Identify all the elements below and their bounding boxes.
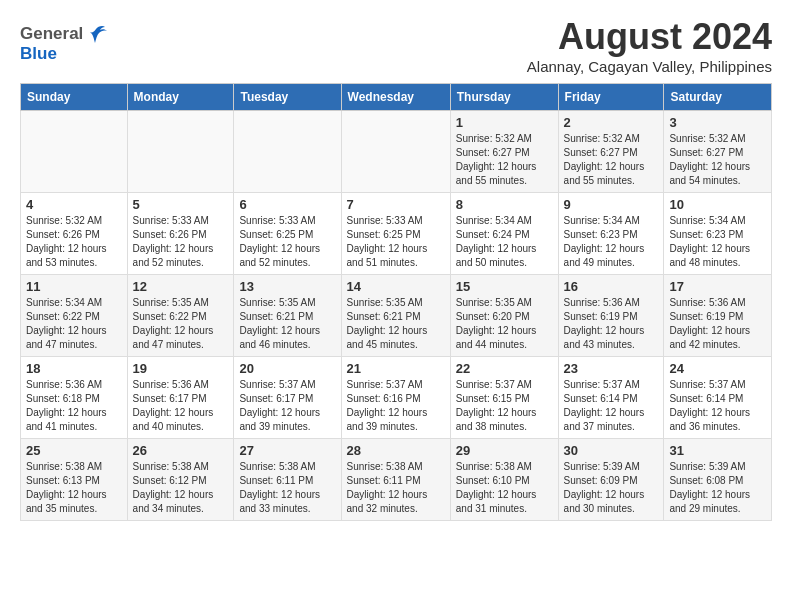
- day-number: 12: [133, 279, 229, 294]
- logo-blue: Blue: [20, 44, 57, 64]
- title-area: August 2024 Alannay, Cagayan Valley, Phi…: [527, 16, 772, 75]
- day-info: Sunrise: 5:34 AM Sunset: 6:23 PM Dayligh…: [564, 214, 659, 270]
- calendar-cell: 18Sunrise: 5:36 AM Sunset: 6:18 PM Dayli…: [21, 357, 128, 439]
- calendar-cell: 27Sunrise: 5:38 AM Sunset: 6:11 PM Dayli…: [234, 439, 341, 521]
- calendar-cell: 19Sunrise: 5:36 AM Sunset: 6:17 PM Dayli…: [127, 357, 234, 439]
- day-info: Sunrise: 5:37 AM Sunset: 6:16 PM Dayligh…: [347, 378, 445, 434]
- calendar-cell: 7Sunrise: 5:33 AM Sunset: 6:25 PM Daylig…: [341, 193, 450, 275]
- day-info: Sunrise: 5:35 AM Sunset: 6:21 PM Dayligh…: [347, 296, 445, 352]
- day-info: Sunrise: 5:34 AM Sunset: 6:24 PM Dayligh…: [456, 214, 553, 270]
- day-info: Sunrise: 5:37 AM Sunset: 6:14 PM Dayligh…: [669, 378, 766, 434]
- day-number: 24: [669, 361, 766, 376]
- calendar-cell: 16Sunrise: 5:36 AM Sunset: 6:19 PM Dayli…: [558, 275, 664, 357]
- day-number: 13: [239, 279, 335, 294]
- calendar-week-row: 25Sunrise: 5:38 AM Sunset: 6:13 PM Dayli…: [21, 439, 772, 521]
- day-number: 25: [26, 443, 122, 458]
- calendar-cell: 9Sunrise: 5:34 AM Sunset: 6:23 PM Daylig…: [558, 193, 664, 275]
- calendar-cell: 23Sunrise: 5:37 AM Sunset: 6:14 PM Dayli…: [558, 357, 664, 439]
- calendar-cell: 26Sunrise: 5:38 AM Sunset: 6:12 PM Dayli…: [127, 439, 234, 521]
- day-info: Sunrise: 5:32 AM Sunset: 6:26 PM Dayligh…: [26, 214, 122, 270]
- day-info: Sunrise: 5:34 AM Sunset: 6:22 PM Dayligh…: [26, 296, 122, 352]
- calendar-week-row: 18Sunrise: 5:36 AM Sunset: 6:18 PM Dayli…: [21, 357, 772, 439]
- calendar-cell: 10Sunrise: 5:34 AM Sunset: 6:23 PM Dayli…: [664, 193, 772, 275]
- calendar-cell: 28Sunrise: 5:38 AM Sunset: 6:11 PM Dayli…: [341, 439, 450, 521]
- day-number: 10: [669, 197, 766, 212]
- day-info: Sunrise: 5:38 AM Sunset: 6:11 PM Dayligh…: [347, 460, 445, 516]
- calendar-week-row: 11Sunrise: 5:34 AM Sunset: 6:22 PM Dayli…: [21, 275, 772, 357]
- day-number: 17: [669, 279, 766, 294]
- day-number: 18: [26, 361, 122, 376]
- day-number: 19: [133, 361, 229, 376]
- day-number: 1: [456, 115, 553, 130]
- day-info: Sunrise: 5:37 AM Sunset: 6:17 PM Dayligh…: [239, 378, 335, 434]
- calendar-cell: [21, 111, 128, 193]
- weekday-header-row: SundayMondayTuesdayWednesdayThursdayFrid…: [21, 84, 772, 111]
- day-number: 16: [564, 279, 659, 294]
- calendar-cell: 25Sunrise: 5:38 AM Sunset: 6:13 PM Dayli…: [21, 439, 128, 521]
- day-number: 28: [347, 443, 445, 458]
- day-info: Sunrise: 5:38 AM Sunset: 6:11 PM Dayligh…: [239, 460, 335, 516]
- day-number: 5: [133, 197, 229, 212]
- day-info: Sunrise: 5:36 AM Sunset: 6:17 PM Dayligh…: [133, 378, 229, 434]
- calendar-cell: 15Sunrise: 5:35 AM Sunset: 6:20 PM Dayli…: [450, 275, 558, 357]
- calendar-cell: 3Sunrise: 5:32 AM Sunset: 6:27 PM Daylig…: [664, 111, 772, 193]
- day-info: Sunrise: 5:36 AM Sunset: 6:19 PM Dayligh…: [669, 296, 766, 352]
- day-number: 3: [669, 115, 766, 130]
- header: General Blue August 2024 Alannay, Cagaya…: [20, 16, 772, 75]
- day-number: 30: [564, 443, 659, 458]
- day-info: Sunrise: 5:36 AM Sunset: 6:19 PM Dayligh…: [564, 296, 659, 352]
- day-info: Sunrise: 5:34 AM Sunset: 6:23 PM Dayligh…: [669, 214, 766, 270]
- day-info: Sunrise: 5:35 AM Sunset: 6:22 PM Dayligh…: [133, 296, 229, 352]
- weekday-header-monday: Monday: [127, 84, 234, 111]
- day-info: Sunrise: 5:38 AM Sunset: 6:13 PM Dayligh…: [26, 460, 122, 516]
- day-info: Sunrise: 5:32 AM Sunset: 6:27 PM Dayligh…: [669, 132, 766, 188]
- weekday-header-sunday: Sunday: [21, 84, 128, 111]
- calendar-cell: 1Sunrise: 5:32 AM Sunset: 6:27 PM Daylig…: [450, 111, 558, 193]
- day-number: 9: [564, 197, 659, 212]
- day-info: Sunrise: 5:38 AM Sunset: 6:12 PM Dayligh…: [133, 460, 229, 516]
- calendar-cell: 8Sunrise: 5:34 AM Sunset: 6:24 PM Daylig…: [450, 193, 558, 275]
- calendar-cell: 30Sunrise: 5:39 AM Sunset: 6:09 PM Dayli…: [558, 439, 664, 521]
- logo-general: General: [20, 24, 83, 44]
- day-info: Sunrise: 5:38 AM Sunset: 6:10 PM Dayligh…: [456, 460, 553, 516]
- day-number: 31: [669, 443, 766, 458]
- calendar-cell: 2Sunrise: 5:32 AM Sunset: 6:27 PM Daylig…: [558, 111, 664, 193]
- calendar-week-row: 4Sunrise: 5:32 AM Sunset: 6:26 PM Daylig…: [21, 193, 772, 275]
- day-number: 11: [26, 279, 122, 294]
- day-number: 6: [239, 197, 335, 212]
- calendar-cell: 6Sunrise: 5:33 AM Sunset: 6:25 PM Daylig…: [234, 193, 341, 275]
- day-info: Sunrise: 5:36 AM Sunset: 6:18 PM Dayligh…: [26, 378, 122, 434]
- day-info: Sunrise: 5:37 AM Sunset: 6:14 PM Dayligh…: [564, 378, 659, 434]
- weekday-header-wednesday: Wednesday: [341, 84, 450, 111]
- calendar-cell: 5Sunrise: 5:33 AM Sunset: 6:26 PM Daylig…: [127, 193, 234, 275]
- calendar-cell: 24Sunrise: 5:37 AM Sunset: 6:14 PM Dayli…: [664, 357, 772, 439]
- weekday-header-friday: Friday: [558, 84, 664, 111]
- day-info: Sunrise: 5:37 AM Sunset: 6:15 PM Dayligh…: [456, 378, 553, 434]
- calendar-cell: [234, 111, 341, 193]
- day-info: Sunrise: 5:35 AM Sunset: 6:20 PM Dayligh…: [456, 296, 553, 352]
- weekday-header-saturday: Saturday: [664, 84, 772, 111]
- day-info: Sunrise: 5:35 AM Sunset: 6:21 PM Dayligh…: [239, 296, 335, 352]
- month-year: August 2024: [527, 16, 772, 58]
- calendar-cell: 13Sunrise: 5:35 AM Sunset: 6:21 PM Dayli…: [234, 275, 341, 357]
- logo-bird-icon: [85, 25, 107, 43]
- day-number: 8: [456, 197, 553, 212]
- calendar-cell: [127, 111, 234, 193]
- day-info: Sunrise: 5:39 AM Sunset: 6:08 PM Dayligh…: [669, 460, 766, 516]
- calendar-cell: 31Sunrise: 5:39 AM Sunset: 6:08 PM Dayli…: [664, 439, 772, 521]
- calendar-cell: [341, 111, 450, 193]
- calendar-table: SundayMondayTuesdayWednesdayThursdayFrid…: [20, 83, 772, 521]
- day-number: 21: [347, 361, 445, 376]
- calendar-cell: 22Sunrise: 5:37 AM Sunset: 6:15 PM Dayli…: [450, 357, 558, 439]
- calendar-cell: 11Sunrise: 5:34 AM Sunset: 6:22 PM Dayli…: [21, 275, 128, 357]
- calendar-cell: 4Sunrise: 5:32 AM Sunset: 6:26 PM Daylig…: [21, 193, 128, 275]
- day-number: 26: [133, 443, 229, 458]
- day-number: 20: [239, 361, 335, 376]
- day-info: Sunrise: 5:33 AM Sunset: 6:25 PM Dayligh…: [347, 214, 445, 270]
- day-info: Sunrise: 5:32 AM Sunset: 6:27 PM Dayligh…: [456, 132, 553, 188]
- calendar-cell: 21Sunrise: 5:37 AM Sunset: 6:16 PM Dayli…: [341, 357, 450, 439]
- calendar-cell: 20Sunrise: 5:37 AM Sunset: 6:17 PM Dayli…: [234, 357, 341, 439]
- day-number: 15: [456, 279, 553, 294]
- logo: General Blue: [20, 24, 107, 64]
- calendar-cell: 17Sunrise: 5:36 AM Sunset: 6:19 PM Dayli…: [664, 275, 772, 357]
